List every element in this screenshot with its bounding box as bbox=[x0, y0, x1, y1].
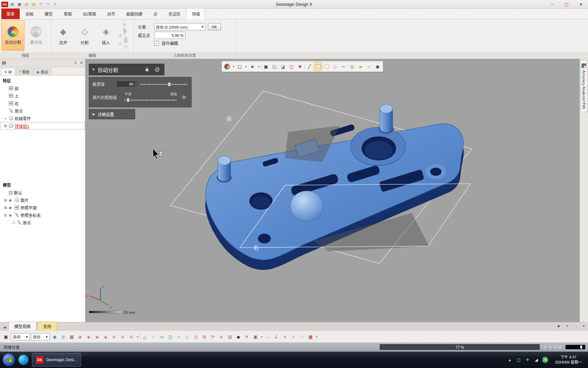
multi-viewport-icon[interactable]: ◫ bbox=[288, 63, 295, 71]
measure-icon[interactable]: ✚ bbox=[296, 63, 304, 71]
split-button[interactable]: ◇ 分割 bbox=[74, 20, 95, 51]
tree-item-expander[interactable]: ⊞ bbox=[3, 206, 7, 210]
tray-expand-icon[interactable]: ▴ bbox=[507, 356, 513, 364]
measure-length-icon[interactable]: ↔ bbox=[264, 333, 272, 341]
tree-item-ref-csys[interactable]: ⊟ ◉ 参照坐标系 bbox=[0, 211, 85, 219]
clock[interactable]: 下午 4:37 2024/9/9 星期一 bbox=[555, 355, 582, 365]
tab-align[interactable]: 对齐 bbox=[102, 9, 120, 19]
visibility-eye-icon[interactable]: ◉ bbox=[9, 198, 13, 202]
quickbar-caret-icon[interactable]: ▾ bbox=[52, 1, 58, 7]
tabs-close-icon[interactable]: ✕ bbox=[565, 324, 570, 329]
pin-icon[interactable]: ↧ bbox=[74, 61, 77, 65]
copy-icon[interactable]: ▣ bbox=[251, 333, 259, 341]
copy-caret-icon[interactable]: ▾ bbox=[260, 333, 263, 341]
section-view-icon[interactable]: ◪ bbox=[279, 63, 287, 71]
start-button[interactable] bbox=[3, 354, 15, 366]
tabs-detach-icon[interactable]: → bbox=[573, 324, 579, 329]
measure-angle-icon[interactable]: ∠ bbox=[273, 333, 280, 341]
polyline-select-icon[interactable]: ╱ bbox=[306, 63, 313, 71]
geom-torus-icon[interactable]: ◎ bbox=[192, 333, 200, 341]
viewport-split-icon[interactable]: ▢ bbox=[236, 63, 244, 71]
tray-security-icon[interactable]: ✚ bbox=[524, 356, 530, 364]
new-file-icon[interactable]: ▤ bbox=[9, 1, 15, 7]
trim-icon[interactable]: ✕ bbox=[243, 333, 251, 341]
tabs-scroll-right-icon[interactable]: ▶ bbox=[556, 324, 562, 329]
sensitivity-slider[interactable] bbox=[140, 81, 188, 87]
lasso-select-icon[interactable]: ∽ bbox=[340, 63, 347, 71]
insert-button[interactable]: ◈ 插入 bbox=[95, 20, 117, 51]
tree-item-region-group[interactable]: ⊞ 领域组1 bbox=[0, 122, 85, 129]
visibility-toggle-icon[interactable]: ◉ bbox=[374, 63, 381, 71]
geom-sweep-icon[interactable]: ⌀ bbox=[217, 333, 225, 341]
import-icon[interactable]: ▧ bbox=[31, 1, 37, 7]
edge-browser-icon[interactable] bbox=[18, 355, 29, 365]
tree-item-front-plane[interactable]: 前 bbox=[0, 85, 85, 92]
panel-tab-help[interactable]: ? 帮助 bbox=[16, 68, 33, 75]
geom-revolve-icon[interactable]: ⟳ bbox=[209, 333, 217, 341]
tree-item-expander[interactable]: ⊟ bbox=[3, 213, 7, 217]
collapse-icon[interactable]: ▼ bbox=[92, 68, 95, 71]
selection-filter-icon[interactable]: ▣ bbox=[2, 333, 10, 341]
save-icon[interactable]: ▦ bbox=[16, 1, 22, 7]
tree-item-default[interactable]: 默认 bbox=[0, 189, 85, 196]
smart-select-icon[interactable]: ◎ bbox=[348, 63, 356, 71]
shade-mode-caret-icon[interactable]: ▾ bbox=[257, 63, 260, 71]
hide-region-2-icon[interactable]: ⊘ bbox=[119, 333, 127, 341]
tab-point[interactable]: 点 bbox=[148, 9, 162, 19]
viewport-3d[interactable]: 前 右 x y z 25 mm bbox=[85, 59, 579, 322]
redo-icon[interactable]: ↷ bbox=[45, 1, 51, 7]
tree-item-expander[interactable]: ● bbox=[3, 117, 7, 120]
shade-mode-icon[interactable]: ■ bbox=[248, 63, 256, 71]
resegment-button[interactable]: 重分块 bbox=[24, 20, 48, 51]
roughness-slider[interactable] bbox=[125, 97, 177, 103]
region-matrix-icon[interactable]: ▦ bbox=[68, 333, 76, 341]
erase-select-icon[interactable]: ▱ bbox=[365, 63, 373, 71]
tab-model[interactable]: 模型 bbox=[39, 9, 58, 19]
auto-mode-dropdown-2[interactable]: 自动 ▾ bbox=[31, 333, 50, 340]
viewport-split-caret-icon[interactable]: ▾ bbox=[244, 63, 248, 71]
ok-button[interactable]: OK bbox=[208, 23, 221, 30]
rect-select-icon[interactable] bbox=[314, 63, 322, 71]
tab-3d-sketch[interactable]: 3D草图 bbox=[78, 9, 101, 19]
geom-box-icon[interactable]: ◇ bbox=[183, 333, 191, 341]
panel-tab-viewpoint[interactable]: ◉ 视点 bbox=[33, 68, 51, 75]
minimize-button[interactable]: – bbox=[545, 0, 559, 9]
tab-sketch[interactable]: 草图 bbox=[59, 9, 77, 19]
visibility-eye-icon[interactable]: ◉ bbox=[9, 213, 13, 217]
geom-extrude-icon[interactable]: ⊞ bbox=[200, 333, 208, 341]
polygon-select-icon[interactable]: ◇ bbox=[331, 63, 339, 71]
tolerance-dropdown[interactable]: 自动 (0.10000 mm) ▾ bbox=[154, 23, 205, 30]
tree-item-ref-planes[interactable]: ⊞ ◉ 参照平面 bbox=[0, 204, 85, 211]
fit-region-icon[interactable]: ◆ bbox=[234, 333, 242, 341]
show-regions-icon[interactable]: ◎ bbox=[59, 333, 67, 341]
coordinate-triad[interactable]: x y z bbox=[85, 284, 112, 309]
measure-deviation-icon[interactable]: ≈ bbox=[290, 333, 297, 341]
tree-item-top-plane[interactable]: 上 bbox=[0, 92, 85, 99]
geom-plane-icon[interactable]: ▭ bbox=[158, 333, 166, 341]
tab-surface[interactable]: 曲面创建 bbox=[121, 9, 147, 19]
tray-display-icon[interactable]: ▢ bbox=[516, 356, 522, 364]
color-map-caret-icon[interactable]: ▾ bbox=[315, 333, 318, 341]
view-orientation-caret-icon[interactable]: ▾ bbox=[232, 63, 235, 71]
tree-item-right-plane[interactable]: 右 bbox=[0, 99, 85, 107]
paint-select-icon[interactable]: ▰ bbox=[357, 63, 364, 71]
region-caret-icon[interactable]: ▾ bbox=[136, 333, 139, 341]
lock-icon[interactable] bbox=[143, 65, 151, 74]
circle-select-icon[interactable] bbox=[323, 63, 330, 71]
tabs-scroll-left-icon[interactable]: ◀ bbox=[2, 325, 7, 331]
region-toggle-4-icon[interactable]: ◈ bbox=[102, 333, 110, 341]
allow-edit-checkbox[interactable]: ✓ bbox=[154, 41, 159, 46]
tree-item-origin-child[interactable]: ☐ 原点 bbox=[0, 219, 85, 226]
hide-region-3-icon[interactable]: ⊘ bbox=[127, 333, 135, 341]
sensitivity-spinner[interactable]: 60 ▴ ▾ bbox=[116, 81, 137, 87]
dx-logo[interactable]: DX bbox=[1, 2, 8, 7]
panel-tab-tree[interactable]: ⊞ 树 bbox=[1, 68, 15, 75]
spin-down-icon[interactable]: ▾ bbox=[135, 84, 136, 86]
measure-section-icon[interactable]: ≡ bbox=[281, 333, 289, 341]
bounding-box-icon[interactable]: ▣ bbox=[262, 63, 270, 71]
geom-sphere-icon[interactable]: ○ bbox=[149, 333, 157, 341]
tab-initial[interactable]: 初始 bbox=[20, 9, 39, 19]
tab-support[interactable]: 支持 bbox=[37, 322, 57, 331]
accuracy-analyzer-tab[interactable]: Accuracy Analyzer(TM) bbox=[581, 60, 587, 112]
show-all-icon[interactable]: ◉ bbox=[51, 333, 59, 341]
